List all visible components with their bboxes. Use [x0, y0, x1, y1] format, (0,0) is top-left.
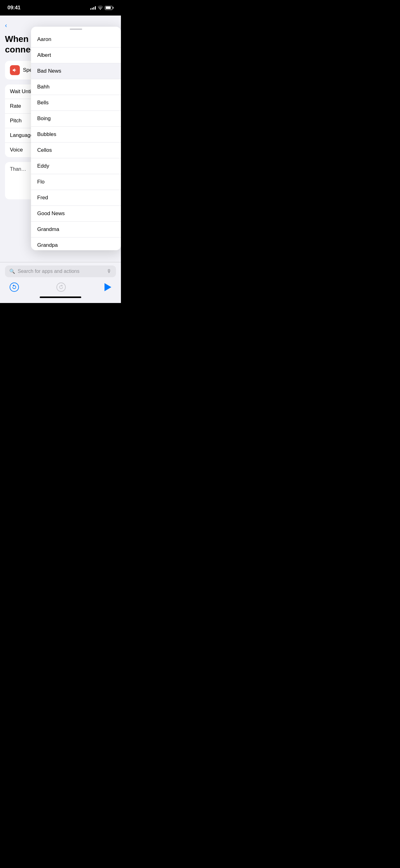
- dropdown-item-eddy[interactable]: Eddy: [31, 158, 121, 174]
- bottom-controls: [5, 281, 116, 293]
- dropdown-item-albert[interactable]: Albert: [31, 48, 121, 63]
- play-triangle-icon: [104, 283, 111, 291]
- main-area: ‹ When iPho connected Speak Than… Wait U…: [0, 16, 121, 262]
- play-button[interactable]: [102, 282, 113, 293]
- status-icons: [90, 5, 113, 10]
- undo-button[interactable]: [8, 281, 21, 293]
- status-time: 09:41: [7, 5, 21, 11]
- mic-icon[interactable]: 🎙: [107, 269, 112, 274]
- wifi-icon: [98, 5, 103, 10]
- svg-point-1: [57, 283, 65, 291]
- speak-icon: [10, 65, 20, 75]
- svg-point-0: [10, 283, 19, 291]
- status-bar: 09:41: [0, 0, 121, 16]
- dropdown-item-aaron[interactable]: Aaron: [31, 32, 121, 48]
- dropdown-item-boing[interactable]: Boing: [31, 111, 121, 127]
- dropdown-item-grandma[interactable]: Grandma: [31, 222, 121, 238]
- dropdown-item-bad-news[interactable]: Bad News: [31, 63, 121, 79]
- search-icon: 🔍: [9, 269, 15, 274]
- redo-button[interactable]: [55, 281, 67, 293]
- back-chevron-icon: ‹: [5, 22, 7, 29]
- dropdown-item-bells[interactable]: Bells: [31, 95, 121, 111]
- dropdown-item-bubbles[interactable]: Bubbles: [31, 127, 121, 143]
- dropdown-list: AaronAlbertBad NewsBahhBellsBoingBubbles…: [31, 32, 121, 250]
- search-placeholder: Search for apps and actions: [18, 269, 104, 274]
- dropdown-item-good-news[interactable]: Good News: [31, 206, 121, 222]
- signal-icon: [90, 6, 96, 10]
- dropdown-item-flo[interactable]: Flo: [31, 174, 121, 190]
- search-bar[interactable]: 🔍 Search for apps and actions 🎙: [5, 266, 116, 277]
- dropdown-item-bahh[interactable]: Bahh: [31, 79, 121, 95]
- dropdown-item-grandpa[interactable]: Grandpa: [31, 238, 121, 250]
- bottom-bar: 🔍 Search for apps and actions 🎙: [0, 262, 121, 303]
- dropdown-item-fred[interactable]: Fred: [31, 190, 121, 206]
- battery-icon: [105, 6, 113, 10]
- voice-dropdown[interactable]: AaronAlbertBad NewsBahhBellsBoingBubbles…: [31, 27, 121, 250]
- dropdown-item-cellos[interactable]: Cellos: [31, 143, 121, 158]
- home-indicator: [40, 297, 81, 298]
- scroll-indicator: [70, 29, 82, 30]
